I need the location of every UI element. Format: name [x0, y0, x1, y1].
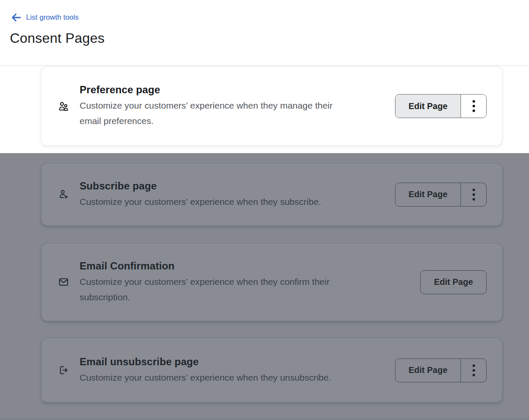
edit-page-button[interactable]: Edit Page — [395, 95, 461, 118]
header-divider — [0, 65, 529, 66]
edit-page-split-button: Edit Page — [395, 94, 487, 118]
description-line: Customize your customers’ experience whe… — [80, 98, 395, 113]
card-preference-page: Preference page Customize your customers… — [41, 66, 502, 146]
card-description: Customize your customers’ experience whe… — [80, 98, 395, 129]
spotlight-dim-overlay — [0, 153, 529, 420]
back-link-label: List growth tools — [26, 13, 79, 22]
back-link-list-growth-tools[interactable]: List growth tools — [10, 12, 79, 24]
description-line: email preferences. — [80, 113, 395, 129]
card-title: Preference page — [80, 83, 395, 96]
arrow-left-icon — [10, 12, 22, 24]
kebab-menu-icon[interactable] — [461, 95, 486, 118]
consent-pages-screen: List growth tools Consent Pages Preferen… — [0, 0, 529, 420]
card-actions: Edit Page — [395, 94, 487, 118]
page-title: Consent Pages — [10, 30, 104, 46]
people-icon — [58, 101, 69, 112]
card-text-block: Preference page Customize your customers… — [80, 83, 395, 129]
